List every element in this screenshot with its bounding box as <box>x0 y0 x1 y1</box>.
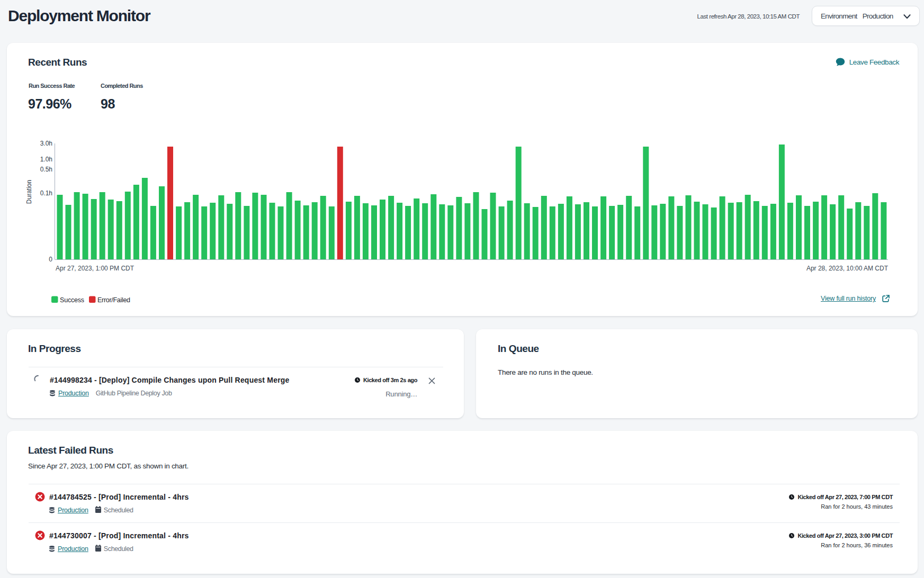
svg-text:0.5h: 0.5h <box>40 166 52 173</box>
svg-text:Apr 28, 2023, 10:00 AM CDT: Apr 28, 2023, 10:00 AM CDT <box>806 265 889 272</box>
svg-text:0: 0 <box>49 256 52 263</box>
svg-text:1.0h: 1.0h <box>40 156 52 163</box>
svg-text:3.0h: 3.0h <box>40 140 52 147</box>
svg-text:Error/Failed: Error/Failed <box>97 296 130 304</box>
svg-text:0.1h: 0.1h <box>40 189 52 197</box>
svg-text:Apr 27, 2023, 1:00 PM CDT: Apr 27, 2023, 1:00 PM CDT <box>56 265 134 272</box>
svg-text:Success: Success <box>60 296 84 304</box>
svg-text:Duration: Duration <box>25 180 33 204</box>
